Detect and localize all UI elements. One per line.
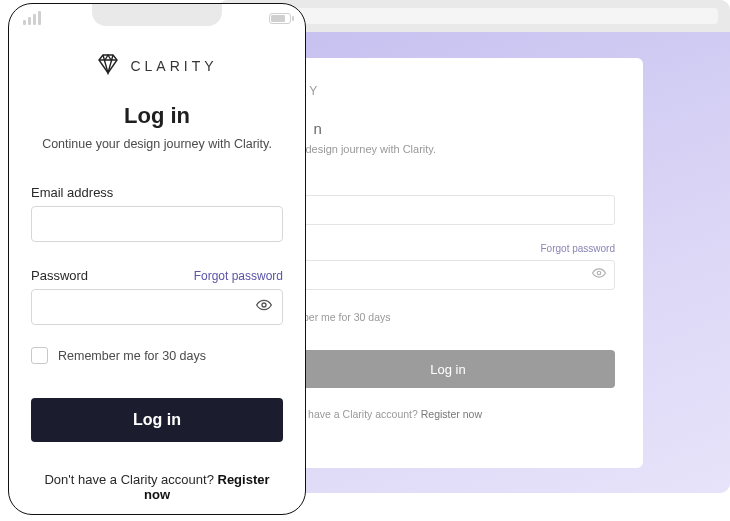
email-input[interactable] (31, 206, 283, 242)
eye-icon[interactable] (256, 297, 272, 317)
password-label: Password (31, 268, 88, 283)
register-link[interactable]: Register now (421, 408, 482, 420)
signal-icon (23, 11, 41, 25)
brand-name: CLARITY (130, 58, 217, 74)
remember-label: ber me for 30 days (303, 311, 391, 323)
email-label: ress (281, 177, 615, 189)
brand-row: RITY (281, 84, 615, 98)
forgot-password-link[interactable]: Forgot password (541, 243, 615, 254)
phone-device: CLARITY Log in Continue your design jour… (8, 3, 306, 515)
svg-point-1 (262, 303, 266, 307)
remember-label: Remember me for 30 days (58, 349, 206, 363)
email-label: Email address (31, 185, 113, 200)
page-subtitle: Continue your design journey with Clarit… (31, 137, 283, 151)
register-prompt: Don't have a Clarity account? (44, 472, 217, 487)
battery-icon (269, 13, 291, 24)
email-input[interactable] (281, 195, 615, 225)
address-bar[interactable] (283, 8, 718, 24)
brand-row: CLARITY (31, 52, 283, 79)
login-card: RITY Log in your design journey with Cla… (253, 58, 643, 468)
svg-point-0 (597, 271, 601, 275)
password-label-row: Forgot password (281, 243, 615, 254)
eye-icon[interactable] (592, 266, 606, 284)
register-row: Don't have a Clarity account? Register n… (281, 408, 615, 420)
remember-row: Remember me for 30 days (31, 347, 283, 364)
phone-notch (92, 4, 222, 26)
password-input[interactable] (31, 289, 283, 325)
password-input[interactable] (281, 260, 615, 290)
diamond-logo-icon (96, 52, 120, 79)
register-row: Don't have a Clarity account? Register n… (31, 472, 283, 502)
remember-row: ber me for 30 days (281, 310, 615, 324)
login-button[interactable]: Log in (31, 398, 283, 442)
remember-checkbox[interactable] (31, 347, 48, 364)
page-title: Log in (31, 103, 283, 129)
forgot-password-link[interactable]: Forgot password (194, 269, 283, 283)
page-subtitle: your design journey with Clarity. (281, 143, 615, 155)
page-title: Log in (281, 120, 615, 137)
login-button[interactable]: Log in (281, 350, 615, 388)
